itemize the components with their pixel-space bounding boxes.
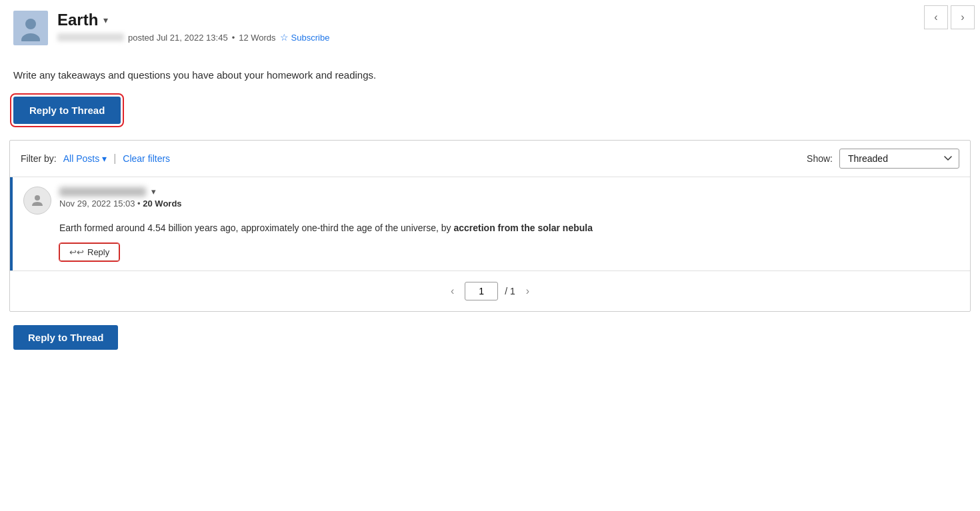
pagination-next-button[interactable]: › — [522, 282, 533, 300]
next-nav-button[interactable]: › — [951, 5, 975, 29]
thread-header: Earth ▾ posted Jul 21, 2022 13:45 • 12 W… — [0, 0, 980, 56]
thread-title-chevron-icon[interactable]: ▾ — [103, 15, 108, 25]
reply-icon: ↩↩ — [69, 247, 84, 257]
prev-nav-button[interactable]: ‹ — [924, 5, 948, 29]
post-date: Nov 29, 2022 15:03 — [59, 199, 135, 209]
pagination: ‹ / 1 › — [10, 270, 970, 311]
top-navigation: ‹ › — [924, 5, 975, 29]
thread-body-text: Write any takeaways and questions you ha… — [13, 69, 376, 81]
pagination-prev-button[interactable]: ‹ — [447, 282, 458, 300]
thread-title: Earth — [57, 11, 98, 29]
post-author-name-blur — [59, 187, 146, 197]
star-icon: ☆ — [280, 32, 289, 43]
post-word-count: 20 Words — [143, 199, 181, 209]
header-info: Earth ▾ posted Jul 21, 2022 13:45 • 12 W… — [57, 11, 967, 43]
author-avatar — [13, 11, 48, 45]
svg-point-3 — [35, 195, 40, 201]
all-posts-button[interactable]: All Posts ▾ — [63, 153, 107, 164]
thread-body: Write any takeaways and questions you ha… — [0, 56, 980, 97]
clear-filters-button[interactable]: Clear filters — [123, 153, 170, 164]
post-author-avatar — [23, 187, 51, 215]
post-body-bold: accretion from the solar nebula — [453, 223, 593, 233]
post-author-chevron-icon[interactable]: ▾ — [151, 187, 156, 197]
page-total: / 1 — [505, 286, 515, 296]
post-header: ▾ Nov 29, 2022 15:03 • 20 Words — [23, 187, 959, 215]
page-wrapper: ‹ › Earth ▾ posted Jul 21, 2022 13:45 • … — [0, 0, 980, 511]
subscribe-link[interactable]: ☆ Subscribe — [280, 32, 330, 43]
post-list: ▾ Nov 29, 2022 15:03 • 20 Words Earth fo… — [10, 177, 970, 270]
post-author-info: ▾ Nov 29, 2022 15:03 • 20 Words — [59, 187, 959, 209]
reply-thread-top-button[interactable]: Reply to Thread — [13, 97, 121, 124]
all-posts-label: All Posts — [63, 153, 99, 164]
subscribe-label: Subscribe — [291, 33, 330, 43]
filter-by-label: Filter by: — [21, 153, 57, 164]
filter-bar: Filter by: All Posts ▾ | Clear filters S… — [10, 141, 970, 177]
post-author-row: ▾ — [59, 187, 959, 197]
posts-section: Filter by: All Posts ▾ | Clear filters S… — [9, 140, 971, 312]
meta-row: posted Jul 21, 2022 13:45 • 12 Words ☆ S… — [57, 32, 967, 43]
reply-thread-bottom-button[interactable]: Reply to Thread — [13, 325, 118, 350]
all-posts-chevron-icon: ▾ — [102, 153, 107, 164]
filter-left: Filter by: All Posts ▾ | Clear filters — [21, 153, 170, 165]
title-row: Earth ▾ — [57, 11, 967, 29]
filter-right: Show: Threaded Inline Collapsed — [807, 149, 959, 169]
svg-point-1 — [25, 19, 36, 29]
page-number-input[interactable] — [465, 282, 498, 300]
reply-button-wrap: ↩↩ Reply — [59, 243, 959, 261]
post-item: ▾ Nov 29, 2022 15:03 • 20 Words Earth fo… — [10, 177, 970, 270]
reply-thread-bottom-wrap: Reply to Thread — [0, 312, 980, 366]
reply-label: Reply — [87, 247, 109, 257]
post-body: Earth formed around 4.54 billion years a… — [59, 221, 959, 235]
filter-divider: | — [113, 153, 116, 165]
reply-button[interactable]: ↩↩ Reply — [59, 243, 119, 261]
post-meta-dot: • — [137, 199, 141, 209]
author-name-blur — [57, 33, 124, 41]
meta-dot: • — [232, 33, 235, 43]
post-body-text: Earth formed around 4.54 billion years a… — [59, 223, 453, 233]
word-count: 12 Words — [239, 33, 275, 43]
reply-thread-top-wrap: Reply to Thread — [0, 97, 980, 140]
show-label: Show: — [807, 153, 833, 164]
show-select[interactable]: Threaded Inline Collapsed — [839, 149, 959, 169]
posted-text: posted Jul 21, 2022 13:45 — [128, 33, 228, 43]
post-meta: Nov 29, 2022 15:03 • 20 Words — [59, 199, 959, 209]
